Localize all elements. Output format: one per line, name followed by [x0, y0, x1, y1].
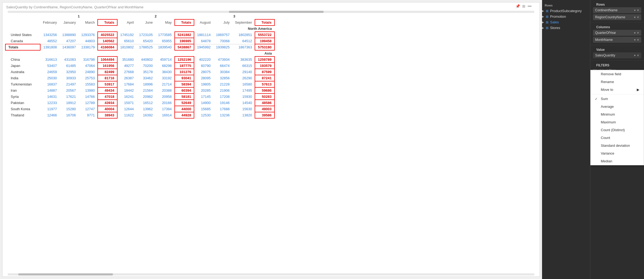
row-label: Iran — [5, 87, 40, 94]
cell-q1-2: 47064 — [79, 63, 98, 69]
cell-q3-1: 473934 — [213, 56, 232, 63]
more-icon[interactable]: ••• — [528, 4, 532, 8]
main-table-area: SalesQuantity by ContinentName, RegionCo… — [2, 2, 540, 277]
right-panel: Rows ▶ ⊞ ProductSubcategory ▶ ⊞ Promotio… — [542, 0, 644, 279]
cell-q3-0: 28075 — [194, 69, 213, 75]
cell-q3-0: 19805 — [194, 81, 213, 87]
cell-q1-total: 49434 — [98, 87, 117, 94]
context-menu-separator — [591, 94, 644, 94]
cell-q1-0: 16837 — [40, 81, 60, 87]
cell-q2-total: 60394 — [175, 87, 194, 94]
quarter-remove-icon[interactable]: ✕ — [637, 31, 639, 35]
context-menu-item-move-to[interactable]: Move to ▶ — [591, 86, 644, 94]
context-menu-item-median[interactable]: Median — [591, 157, 644, 165]
totals-label: Totals — [5, 44, 40, 50]
col-apr: April — [117, 19, 137, 26]
table-icon: ⊞ — [546, 9, 548, 13]
table-container[interactable]: 1 2 3 February January March Totals Apri… — [2, 13, 540, 273]
context-menu-item-rename[interactable]: Rename — [591, 78, 644, 86]
table-row: Turkmenistan1683721497155835391717684189… — [5, 81, 275, 87]
section-header-1: Asia — [5, 50, 275, 56]
region-remove-icon[interactable]: ✕ — [637, 16, 639, 19]
row-label: Syria — [5, 94, 40, 100]
menu-item-label: Variance — [601, 151, 614, 155]
tree-item-productsubcategory[interactable]: ▶ ⊞ ProductSubcategory — [542, 8, 590, 14]
cell-q3-0: 1881114 — [194, 32, 213, 38]
cell-q3-2: 1802851 — [232, 32, 255, 38]
context-menu-item-sum[interactable]: ✓ Sum — [591, 95, 644, 103]
context-menu-item-variance[interactable]: Variance — [591, 149, 644, 157]
cell-q1-1: 20567 — [60, 87, 79, 94]
cell-q1-2: 12747 — [79, 106, 98, 112]
cell-q2-1: 35178 — [137, 69, 156, 75]
expand-arrow-icon: ▶ — [542, 21, 544, 24]
totals-q3-total: 5753180 — [255, 44, 275, 50]
tree-item-sales[interactable]: ▶ ⊞ Sales — [542, 19, 590, 25]
cell-q3-1: 21906 — [213, 87, 232, 94]
context-menu-item-count-(distinct)[interactable]: Count (Distinct) — [591, 126, 644, 134]
cell-q3-0: 17145 — [194, 94, 213, 100]
sales-quantity-pill[interactable]: SalesQuantity ▾ ✕ — [593, 52, 641, 58]
context-menu-item-minimum[interactable]: Minimum — [591, 110, 644, 118]
salesqty-dropdown-icon[interactable]: ▾ — [634, 54, 636, 57]
quarter-3-header: 3 — [194, 13, 274, 19]
tree-item-label: Stores — [550, 26, 560, 30]
region-dropdown-icon[interactable]: ▾ — [634, 16, 636, 19]
pin-icon[interactable]: 📌 — [515, 4, 520, 8]
cell-q1-1: 47207 — [60, 38, 79, 44]
cell-q3-2: 383635 — [232, 56, 255, 63]
tree-item-label: ProductSubcategory — [550, 9, 582, 13]
cell-q3-2: 14540 — [232, 100, 255, 106]
menu-item-label: Maximum — [601, 120, 616, 124]
cell-q1-2: 13980 — [79, 87, 98, 94]
continent-remove-icon[interactable]: ✕ — [637, 9, 639, 12]
cell-q2-total: 101276 — [175, 69, 194, 75]
cell-q2-0: 15971 — [117, 100, 137, 106]
cell-q2-0: 26387 — [117, 75, 137, 81]
context-menu-item-standard-deviation[interactable]: Standard deviation — [591, 142, 644, 149]
expand-icon[interactable]: ⊞ — [522, 4, 525, 8]
cell-q2-2: 20388 — [155, 87, 175, 94]
row-label: South Korea — [5, 106, 40, 112]
expand-arrow-icon: ▶ — [542, 9, 544, 12]
cell-q2-1: 16512 — [137, 100, 156, 106]
cell-q1-total: 161956 — [98, 63, 117, 69]
quarter-2-header: 2 — [117, 13, 194, 19]
context-menu-item-count[interactable]: Count — [591, 134, 644, 142]
cell-q2-1: 21564 — [137, 87, 156, 94]
menu-item-label: Median — [601, 159, 612, 163]
tree-item-stores[interactable]: ▶ ⊞ Stores — [542, 25, 590, 31]
cell-q3-total: 50283 — [255, 94, 275, 100]
context-menu-item-remove-field[interactable]: Remove field — [591, 70, 644, 78]
cell-q1-total: 82499 — [98, 69, 117, 75]
table-icons: 📌 ⊞ ••• — [515, 4, 532, 8]
menu-item-label: Move to — [601, 88, 613, 92]
cell-q1-1: 16706 — [60, 112, 79, 118]
totals-q3-0: 1945992 — [194, 44, 213, 50]
tree-item-promotion[interactable]: ▶ ⊞ Promotion — [542, 14, 590, 19]
region-country-pill[interactable]: RegionCountryName ▾ ✕ — [593, 14, 641, 20]
expand-arrow-icon: ▶ — [542, 15, 544, 18]
totals-q2-total: 5438867 — [175, 44, 194, 50]
cell-q3-0: 28095 — [194, 75, 213, 81]
continent-name-pill[interactable]: ContinentName ▾ ✕ — [593, 7, 641, 13]
quarter-of-year-pill[interactable]: QuarterOfYear ▾ ✕ — [593, 30, 641, 36]
table-row: Pakistan12233189121278943934159711651220… — [5, 100, 275, 106]
context-menu-item-maximum[interactable]: Maximum — [591, 118, 644, 126]
cell-q2-0: 65610 — [117, 38, 137, 44]
cell-q3-1: 17688 — [213, 106, 232, 112]
cell-q2-1: 70200 — [137, 63, 156, 69]
row-label: Australia — [5, 69, 40, 75]
col-q3-totals: Totals — [255, 19, 275, 26]
cell-q2-total: 58394 — [175, 81, 194, 87]
cell-q1-2: 1293376 — [79, 32, 98, 38]
continent-dropdown-icon[interactable]: ▾ — [634, 9, 636, 12]
cell-q1-1: 1388890 — [60, 32, 79, 38]
month-name-pill[interactable]: MonthName ▾ ✕ — [593, 37, 641, 43]
quarter-dropdown-icon[interactable]: ▾ — [634, 31, 636, 35]
salesqty-remove-icon[interactable]: ✕ — [637, 54, 639, 57]
table-row: Canada4855247207448031405626561065420659… — [5, 38, 275, 44]
context-menu-item-average[interactable]: Average — [591, 103, 644, 110]
month-remove-icon[interactable]: ✕ — [637, 38, 639, 42]
month-dropdown-icon[interactable]: ▾ — [634, 38, 636, 42]
